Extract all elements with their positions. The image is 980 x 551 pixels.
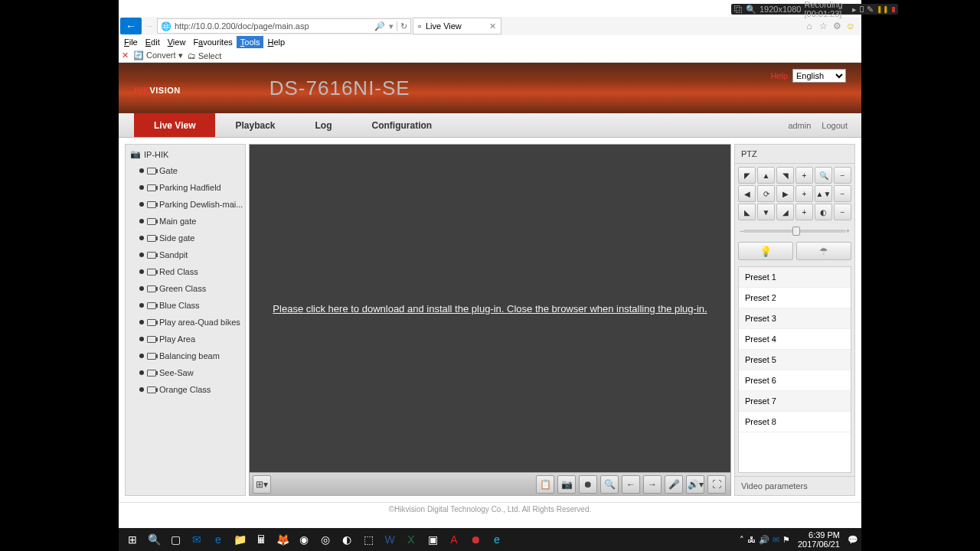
chrome-icon[interactable]: ◉: [293, 530, 315, 549]
app1-icon[interactable]: ◎: [315, 530, 336, 549]
ptz-down[interactable]: ▼: [757, 204, 775, 220]
camera-item[interactable]: Gate: [126, 162, 245, 179]
network-icon[interactable]: 🖧: [747, 535, 756, 544]
word-icon[interactable]: W: [379, 530, 400, 549]
camera-item[interactable]: Orange Class: [126, 381, 245, 398]
edge-icon[interactable]: e: [207, 530, 229, 549]
firefox-icon[interactable]: 🦊: [272, 530, 293, 549]
settings-gear-icon[interactable]: ⚙: [831, 20, 843, 32]
pause-icon[interactable]: ❚❚: [877, 5, 889, 13]
app2-icon[interactable]: ◐: [336, 530, 358, 549]
camera-item[interactable]: Sandpit: [126, 246, 245, 263]
fullscreen-button[interactable]: ⛶: [707, 475, 726, 494]
tab-playback[interactable]: Playback: [215, 113, 295, 137]
camera-item[interactable]: Blue Class: [126, 297, 245, 314]
camera-item[interactable]: Side gate: [126, 230, 245, 246]
camera-item[interactable]: Green Class: [126, 280, 245, 297]
search-icon[interactable]: 🔍: [143, 530, 165, 549]
favorites-icon[interactable]: ☆: [817, 20, 829, 32]
preset-list[interactable]: Preset 1Preset 2Preset 3Preset 4Preset 5…: [738, 266, 851, 473]
home-icon[interactable]: ⌂: [803, 20, 815, 32]
camera-root[interactable]: 📷 IP-HIK: [126, 145, 245, 162]
back-button[interactable]: ←: [120, 18, 142, 34]
forward-button[interactable]: →: [143, 21, 155, 31]
browser-tab[interactable]: ▫ Live View ✕: [413, 18, 501, 34]
preset-item[interactable]: Preset 7: [739, 391, 851, 412]
ptz-right[interactable]: ▶: [776, 185, 794, 202]
camera-item[interactable]: Parking Hadfield: [126, 179, 245, 196]
stream-button[interactable]: 📋: [536, 475, 554, 494]
ptz-zoom-out[interactable]: −: [834, 167, 851, 184]
camera-item[interactable]: Red Class: [126, 263, 245, 280]
capture-button[interactable]: 📷: [557, 475, 576, 494]
logout-link[interactable]: Logout: [822, 121, 848, 130]
menu-view[interactable]: View: [164, 36, 190, 48]
explorer-icon[interactable]: 📁: [229, 530, 250, 549]
screen-recorder-overlay[interactable]: ⿻ 🔍 1920x1080 Recording [00:01:23] ▸ ✎ ❚…: [731, 4, 898, 15]
draw-icon[interactable]: [860, 6, 864, 12]
ptz-iris-out[interactable]: −: [834, 204, 851, 220]
video-parameters-section[interactable]: Video parameters: [735, 476, 854, 495]
preset-item[interactable]: Preset 3: [739, 308, 851, 329]
ptz-light-button[interactable]: 💡: [738, 242, 793, 260]
outlook-icon[interactable]: ✉: [186, 530, 207, 549]
select-button[interactable]: 🗂 Select: [188, 51, 222, 60]
smiley-icon[interactable]: ☺: [844, 20, 857, 32]
convert-button[interactable]: 🔄 Convert ▾: [133, 51, 183, 60]
camera-item[interactable]: Play area-Quad bikes: [126, 314, 245, 331]
language-select[interactable]: English: [792, 69, 846, 83]
taskbar-clock[interactable]: 6:39 PM 2017/06/21: [793, 530, 844, 549]
ptz-iris-in[interactable]: +: [795, 204, 813, 220]
volume-icon[interactable]: 🔊: [759, 535, 769, 545]
excel-icon[interactable]: X: [400, 530, 422, 549]
tab-configuration[interactable]: Configuration: [352, 113, 452, 137]
preset-item[interactable]: Preset 2: [739, 288, 851, 308]
calc-icon[interactable]: 🖩: [250, 530, 272, 549]
preset-item[interactable]: Preset 5: [739, 350, 851, 370]
menu-file[interactable]: File: [120, 36, 142, 48]
audio-button[interactable]: 🎤: [665, 475, 683, 494]
preset-item[interactable]: Preset 1: [739, 267, 851, 288]
flag-icon[interactable]: ⚑: [782, 535, 790, 545]
ptz-down-right[interactable]: ◢: [776, 204, 794, 220]
menu-tools[interactable]: Tools: [237, 36, 264, 48]
ptz-zoom-in[interactable]: +: [795, 167, 813, 184]
start-button[interactable]: ⊞: [122, 530, 143, 549]
ptz-up[interactable]: ▲: [757, 167, 775, 184]
plugin-download-link[interactable]: Please click here to download and instal…: [273, 303, 707, 315]
zoom-button[interactable]: 🔍: [600, 475, 619, 494]
menu-favourites[interactable]: Favourites: [189, 36, 236, 48]
search-icon[interactable]: 🔎: [374, 21, 386, 31]
ptz-up-left[interactable]: ◤: [738, 167, 756, 184]
ptz-focus-in[interactable]: +: [795, 185, 813, 202]
tab-close-icon[interactable]: ✕: [489, 21, 496, 31]
volume-button[interactable]: 🔊▾: [686, 475, 704, 494]
ptz-left[interactable]: ◀: [738, 185, 756, 202]
camera-item[interactable]: Parking Dewlish-mai...: [126, 196, 245, 213]
task-view-icon[interactable]: ▢: [165, 530, 186, 549]
menu-help[interactable]: Help: [263, 36, 289, 48]
camera-item[interactable]: See-Saw: [126, 364, 245, 381]
help-link[interactable]: Help: [770, 71, 788, 80]
record-button[interactable]: ⏺: [579, 475, 597, 494]
tab-log[interactable]: Log: [296, 113, 352, 137]
pencil-icon[interactable]: ✎: [867, 5, 874, 15]
app3-icon[interactable]: ⬚: [358, 530, 379, 549]
preset-item[interactable]: Preset 4: [739, 329, 851, 350]
ptz-wiper-button[interactable]: ☂: [796, 242, 851, 260]
menu-edit[interactable]: Edit: [142, 36, 164, 48]
tray-up-icon[interactable]: ˄: [740, 535, 744, 545]
ptz-down-left[interactable]: ◣: [738, 204, 756, 220]
app4-icon[interactable]: ▣: [422, 530, 443, 549]
ptz-auto[interactable]: ⟳: [757, 185, 775, 202]
stop-icon[interactable]: [892, 7, 895, 12]
adobe-icon[interactable]: A: [443, 530, 465, 549]
ptz-up-right[interactable]: ◥: [776, 167, 794, 184]
camera-item[interactable]: Main gate: [126, 213, 245, 230]
prev-button[interactable]: ←: [622, 475, 640, 494]
refresh-icon[interactable]: ↻: [397, 21, 407, 31]
next-button[interactable]: →: [643, 475, 662, 494]
preset-item[interactable]: Preset 6: [739, 370, 851, 391]
sub-close-icon[interactable]: ✕: [122, 51, 129, 60]
notifications-icon[interactable]: 💬: [848, 535, 858, 545]
